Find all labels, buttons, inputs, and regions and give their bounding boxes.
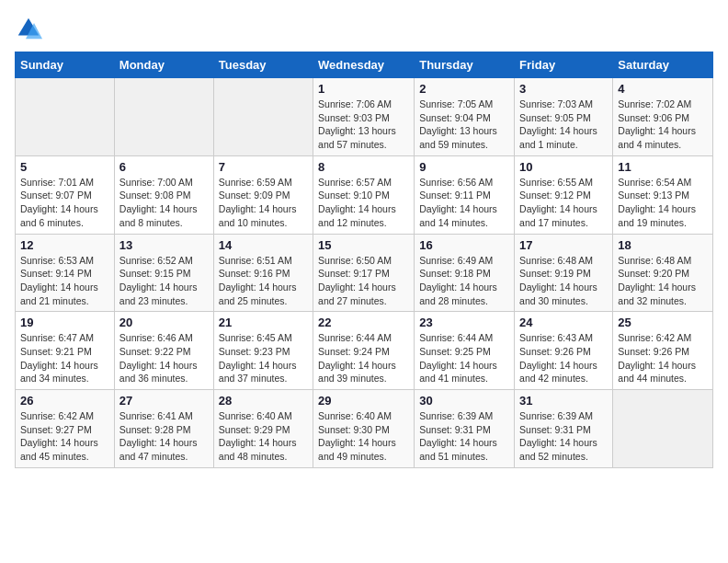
day-number: 24 [519, 316, 608, 329]
calendar-cell: 3Sunrise: 7:03 AMSunset: 9:05 PMDaylight… [515, 78, 613, 156]
calendar-cell: 14Sunrise: 6:51 AMSunset: 9:16 PMDayligh… [213, 234, 313, 312]
day-number: 14 [219, 238, 308, 252]
calendar-cell: 13Sunrise: 6:52 AMSunset: 9:15 PMDayligh… [114, 234, 213, 312]
calendar-cell: 1Sunrise: 7:06 AMSunset: 9:03 PMDaylight… [313, 78, 415, 156]
calendar-cell: 26Sunrise: 6:42 AMSunset: 9:27 PMDayligh… [16, 390, 115, 468]
day-number: 16 [419, 238, 509, 252]
day-number: 6 [119, 160, 209, 174]
day-info: Sunrise: 6:40 AMSunset: 9:30 PMDaylight:… [318, 409, 409, 464]
page-header [15, 15, 713, 42]
day-number: 8 [318, 160, 409, 174]
day-info: Sunrise: 6:48 AMSunset: 9:19 PMDaylight:… [519, 254, 608, 308]
calendar-cell: 4Sunrise: 7:02 AMSunset: 9:06 PMDaylight… [613, 78, 713, 156]
day-number: 28 [219, 394, 308, 408]
header-saturday: Saturday [613, 52, 713, 78]
day-number: 10 [519, 160, 608, 174]
day-info: Sunrise: 6:46 AMSunset: 9:22 PMDaylight:… [119, 331, 209, 385]
day-number: 26 [20, 394, 109, 408]
calendar-cell: 2Sunrise: 7:05 AMSunset: 9:04 PMDaylight… [415, 78, 515, 156]
day-info: Sunrise: 6:51 AMSunset: 9:16 PMDaylight:… [219, 254, 308, 308]
day-number: 22 [318, 316, 409, 329]
day-number: 17 [519, 238, 608, 252]
day-info: Sunrise: 6:42 AMSunset: 9:27 PMDaylight:… [20, 409, 109, 464]
day-info: Sunrise: 7:00 AMSunset: 9:08 PMDaylight:… [119, 176, 209, 230]
day-info: Sunrise: 6:54 AMSunset: 9:13 PMDaylight:… [618, 176, 708, 230]
calendar-cell: 9Sunrise: 6:56 AMSunset: 9:11 PMDaylight… [415, 155, 515, 234]
day-info: Sunrise: 6:49 AMSunset: 9:18 PMDaylight:… [419, 254, 509, 308]
day-number: 2 [419, 82, 509, 96]
day-number: 19 [20, 316, 109, 329]
week-row-3: 19Sunrise: 6:47 AMSunset: 9:21 PMDayligh… [16, 312, 713, 390]
day-info: Sunrise: 7:06 AMSunset: 9:03 PMDaylight:… [318, 98, 409, 152]
header-tuesday: Tuesday [213, 52, 313, 78]
calendar-body: 1Sunrise: 7:06 AMSunset: 9:03 PMDaylight… [16, 78, 713, 468]
calendar-cell: 11Sunrise: 6:54 AMSunset: 9:13 PMDayligh… [613, 155, 713, 234]
day-info: Sunrise: 6:52 AMSunset: 9:15 PMDaylight:… [119, 254, 209, 308]
calendar-cell: 18Sunrise: 6:48 AMSunset: 9:20 PMDayligh… [613, 234, 713, 312]
day-number: 15 [318, 238, 409, 252]
day-number: 9 [419, 160, 509, 174]
day-number: 3 [519, 82, 608, 96]
day-info: Sunrise: 6:47 AMSunset: 9:21 PMDaylight:… [20, 331, 109, 385]
calendar-cell: 15Sunrise: 6:50 AMSunset: 9:17 PMDayligh… [313, 234, 415, 312]
calendar-cell: 5Sunrise: 7:01 AMSunset: 9:07 PMDaylight… [16, 155, 115, 234]
calendar-cell [114, 78, 213, 156]
calendar-cell [16, 78, 115, 156]
day-info: Sunrise: 6:55 AMSunset: 9:12 PMDaylight:… [519, 176, 608, 230]
day-info: Sunrise: 6:42 AMSunset: 9:26 PMDaylight:… [618, 331, 708, 385]
calendar-cell: 19Sunrise: 6:47 AMSunset: 9:21 PMDayligh… [16, 312, 115, 390]
calendar-cell: 28Sunrise: 6:40 AMSunset: 9:29 PMDayligh… [213, 390, 313, 468]
calendar-header: SundayMondayTuesdayWednesdayThursdayFrid… [16, 52, 713, 78]
calendar-cell: 25Sunrise: 6:42 AMSunset: 9:26 PMDayligh… [613, 312, 713, 390]
calendar-cell: 12Sunrise: 6:53 AMSunset: 9:14 PMDayligh… [16, 234, 115, 312]
logo-icon [15, 15, 42, 42]
day-number: 12 [20, 238, 109, 252]
day-info: Sunrise: 6:44 AMSunset: 9:24 PMDaylight:… [318, 331, 409, 385]
day-info: Sunrise: 7:01 AMSunset: 9:07 PMDaylight:… [20, 176, 109, 230]
header-monday: Monday [114, 52, 213, 78]
day-number: 11 [618, 160, 708, 174]
day-number: 27 [119, 394, 209, 408]
day-number: 4 [618, 82, 708, 96]
day-info: Sunrise: 6:56 AMSunset: 9:11 PMDaylight:… [419, 176, 509, 230]
calendar-cell: 22Sunrise: 6:44 AMSunset: 9:24 PMDayligh… [313, 312, 415, 390]
day-info: Sunrise: 7:02 AMSunset: 9:06 PMDaylight:… [618, 98, 708, 152]
calendar-cell [213, 78, 313, 156]
day-number: 1 [318, 82, 409, 96]
header-sunday: Sunday [16, 52, 115, 78]
calendar-cell: 16Sunrise: 6:49 AMSunset: 9:18 PMDayligh… [415, 234, 515, 312]
calendar-cell: 30Sunrise: 6:39 AMSunset: 9:31 PMDayligh… [415, 390, 515, 468]
day-info: Sunrise: 6:50 AMSunset: 9:17 PMDaylight:… [318, 254, 409, 308]
day-number: 31 [519, 394, 608, 408]
day-info: Sunrise: 6:39 AMSunset: 9:31 PMDaylight:… [419, 409, 509, 464]
day-info: Sunrise: 6:43 AMSunset: 9:26 PMDaylight:… [519, 331, 608, 385]
day-info: Sunrise: 6:57 AMSunset: 9:10 PMDaylight:… [318, 176, 409, 230]
calendar-cell: 6Sunrise: 7:00 AMSunset: 9:08 PMDaylight… [114, 155, 213, 234]
calendar-cell: 27Sunrise: 6:41 AMSunset: 9:28 PMDayligh… [114, 390, 213, 468]
header-wednesday: Wednesday [313, 52, 415, 78]
calendar-cell [613, 390, 713, 468]
calendar-cell: 24Sunrise: 6:43 AMSunset: 9:26 PMDayligh… [515, 312, 613, 390]
day-info: Sunrise: 6:48 AMSunset: 9:20 PMDaylight:… [618, 254, 708, 308]
calendar-cell: 8Sunrise: 6:57 AMSunset: 9:10 PMDaylight… [313, 155, 415, 234]
logo [15, 15, 46, 42]
day-info: Sunrise: 7:03 AMSunset: 9:05 PMDaylight:… [519, 98, 608, 152]
day-info: Sunrise: 6:59 AMSunset: 9:09 PMDaylight:… [219, 176, 308, 230]
week-row-0: 1Sunrise: 7:06 AMSunset: 9:03 PMDaylight… [16, 78, 713, 156]
day-number: 13 [119, 238, 209, 252]
day-info: Sunrise: 6:44 AMSunset: 9:25 PMDaylight:… [419, 331, 509, 385]
calendar-cell: 10Sunrise: 6:55 AMSunset: 9:12 PMDayligh… [515, 155, 613, 234]
day-number: 5 [20, 160, 109, 174]
calendar-cell: 7Sunrise: 6:59 AMSunset: 9:09 PMDaylight… [213, 155, 313, 234]
week-row-4: 26Sunrise: 6:42 AMSunset: 9:27 PMDayligh… [16, 390, 713, 468]
header-friday: Friday [515, 52, 613, 78]
day-info: Sunrise: 6:40 AMSunset: 9:29 PMDaylight:… [219, 409, 308, 464]
day-info: Sunrise: 6:39 AMSunset: 9:31 PMDaylight:… [519, 409, 608, 464]
header-thursday: Thursday [415, 52, 515, 78]
day-number: 29 [318, 394, 409, 408]
day-number: 21 [219, 316, 308, 329]
calendar-cell: 17Sunrise: 6:48 AMSunset: 9:19 PMDayligh… [515, 234, 613, 312]
calendar-cell: 31Sunrise: 6:39 AMSunset: 9:31 PMDayligh… [515, 390, 613, 468]
day-number: 25 [618, 316, 708, 329]
day-number: 23 [419, 316, 509, 329]
